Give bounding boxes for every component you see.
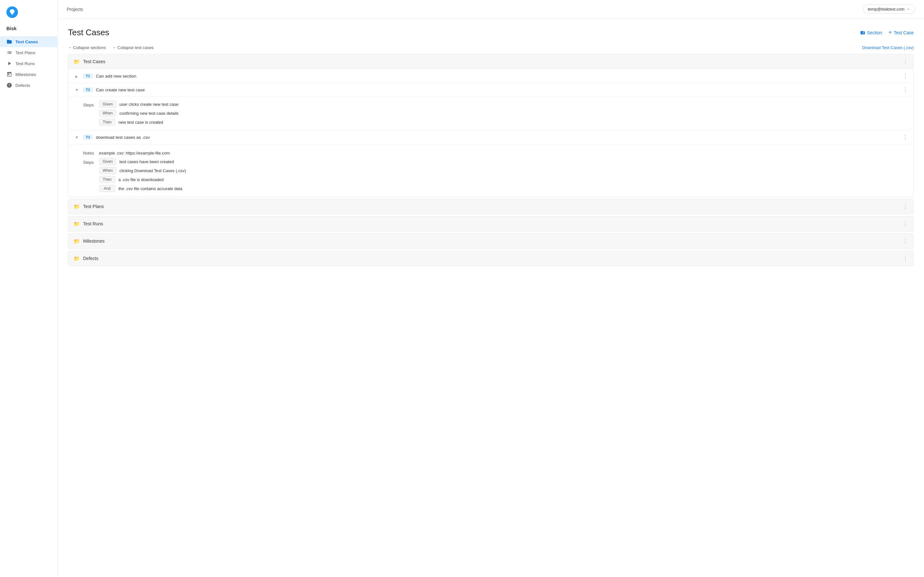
folder-plus-icon [860,30,865,35]
collapse-sections-label: Collapse sections [73,45,106,50]
section-test-cases: 📁 Test Cases ⋮ T1 Can add new section ⋮ [68,54,914,197]
chevron-down-icon [906,7,910,11]
collapse-test-cases-icon [112,46,116,50]
step-when-t3: When clicking Download Test Cases (.csv) [99,167,908,174]
sidebar-item-test-plans[interactable]: Test Plans [0,47,57,58]
test-case-row-t1: T1 Can add new section ⋮ [68,69,913,83]
section-milestones[interactable]: 📁 Milestones ⋮ [68,234,914,249]
add-test-case-label: Test Case [894,30,914,35]
page-actions: Section + Test Case [860,29,914,36]
sidebar: Bisk Test Cases Test Plans Test Runs Mil… [0,0,58,577]
test-case-t2: T2 Can create new test case ⋮ Steps Give… [68,83,913,130]
toggle-t2[interactable] [73,87,80,93]
collapse-test-cases-button[interactable]: Collapse test cases [112,45,153,50]
keyword-when-t3: When [99,167,116,174]
sidebar-item-test-runs[interactable]: Test Runs [0,58,57,69]
sidebar-item-test-cases[interactable]: Test Cases [0,36,57,47]
step-text-given-t3: test cases have been created [120,159,174,164]
section-name-runs: Test Runs [83,221,103,226]
test-cases-icon [6,39,12,45]
section-menu-plans[interactable]: ⋮ [903,203,908,210]
section-menu-button[interactable]: ⋮ [903,58,908,65]
step-text-when-t3: clicking Download Test Cases (.csv) [120,168,186,173]
content-area: Test Cases Section + Test Case Collapse … [58,19,924,577]
app-logo [6,6,18,18]
steps-row-t3: Steps Given test cases have been created… [83,158,908,192]
test-case-row-t3: T3 download test cases as .csv ⋮ [68,130,913,144]
sidebar-item-label-test-cases: Test Cases [15,39,38,44]
test-case-row-left-t3: T3 download test cases as .csv [73,134,150,140]
add-test-case-button[interactable]: + Test Case [888,29,914,36]
steps-section-t3: Notes example .csv: https://example-file… [68,144,913,197]
section-menu-runs[interactable]: ⋮ [903,220,908,227]
section-defects[interactable]: 📁 Defects ⋮ [68,251,914,266]
sidebar-item-label-test-runs: Test Runs [15,61,35,66]
download-csv-link[interactable]: Download Test Cases (.csv) [862,45,914,50]
folder-icon-milestones: 📁 [73,238,80,244]
test-case-menu-t1[interactable]: ⋮ [903,73,908,79]
sidebar-item-milestones[interactable]: Milestones [0,69,57,80]
keyword-when-t2: When [99,110,116,117]
toggle-t1[interactable] [73,73,80,79]
section-name: Test Cases [83,59,105,64]
test-case-row-left-t2: T2 Can create new test case [73,87,145,93]
keyword-and-t3: And [99,185,115,192]
folder-icon-runs: 📁 [73,221,80,227]
folder-icon: 📁 [73,59,80,65]
steps-label-t3: Steps [83,158,99,167]
step-and-t3: And the .csv file contains accurate data [99,185,908,192]
notes-text-t3: example .csv: https://example-file.com [99,151,170,155]
main-content: Projects temp@bisktest.com Test Cases Se… [58,0,924,577]
toggle-t3[interactable] [73,134,80,140]
step-text-and-t3: the .csv file contains accurate data [118,186,182,191]
toolbar-left: Collapse sections Collapse test cases [68,45,153,50]
section-header-left: 📁 Test Cases [73,59,105,65]
sidebar-item-label-test-plans: Test Plans [15,50,35,55]
test-case-menu-t2[interactable]: ⋮ [903,86,908,93]
step-text-when-t2: confirming new test case details [120,111,178,116]
section-row-left-milestones: 📁 Milestones [73,238,105,244]
collapse-sections-icon [68,46,72,50]
app-name: Bisk [0,26,57,36]
steps-list-t3: Given test cases have been created When … [99,158,908,192]
folder-icon-plans: 📁 [73,203,80,210]
section-name-milestones: Milestones [83,239,105,243]
page-title: Test Cases [68,27,110,37]
add-section-label: Section [867,30,882,35]
step-text-then-t3: a .csv file is downloaded [118,177,164,182]
folder-icon-defects: 📁 [73,255,80,261]
keyword-then-t3: Then [99,176,115,183]
steps-section-t2: Steps Given user clicks create new test … [68,97,913,130]
user-menu-button[interactable]: temp@bisktest.com [863,5,915,14]
test-runs-icon [6,61,12,66]
steps-label-t2: Steps [83,101,99,109]
sidebar-item-defects[interactable]: Defects [0,80,57,91]
section-menu-milestones[interactable]: ⋮ [903,237,908,245]
test-case-title-t3: download test cases as .csv [96,135,150,140]
milestones-icon [6,71,12,77]
badge-t3: T3 [83,135,93,140]
user-email: temp@bisktest.com [868,7,905,11]
page-header: Test Cases Section + Test Case [68,27,914,37]
step-text-given-t2: user clicks create new test case [120,102,178,107]
keyword-then-t2: Then [99,119,115,126]
defects-icon [6,82,12,88]
keyword-given-t2: Given [99,101,116,108]
test-case-menu-t3[interactable]: ⋮ [903,134,908,141]
section-test-runs[interactable]: 📁 Test Runs ⋮ [68,216,914,231]
sidebar-item-label-milestones: Milestones [15,72,36,77]
badge-t2: T2 [83,87,93,92]
notes-row-t3: Notes example .csv: https://example-file… [83,148,908,158]
badge-t1: T1 [83,73,93,79]
test-case-row-left: T1 Can add new section [73,73,136,79]
topbar: Projects temp@bisktest.com [58,0,924,19]
add-section-button[interactable]: Section [860,30,882,35]
toolbar: Collapse sections Collapse test cases Do… [68,45,914,50]
test-case-title-t2: Can create new test case [96,87,145,92]
section-test-plans[interactable]: 📁 Test Plans ⋮ [68,199,914,214]
section-menu-defects[interactable]: ⋮ [903,255,908,262]
collapse-sections-button[interactable]: Collapse sections [68,45,106,50]
step-given-t2: Given user clicks create new test case [99,101,908,108]
section-test-cases-header[interactable]: 📁 Test Cases ⋮ [68,54,913,69]
projects-breadcrumb[interactable]: Projects [67,7,83,12]
